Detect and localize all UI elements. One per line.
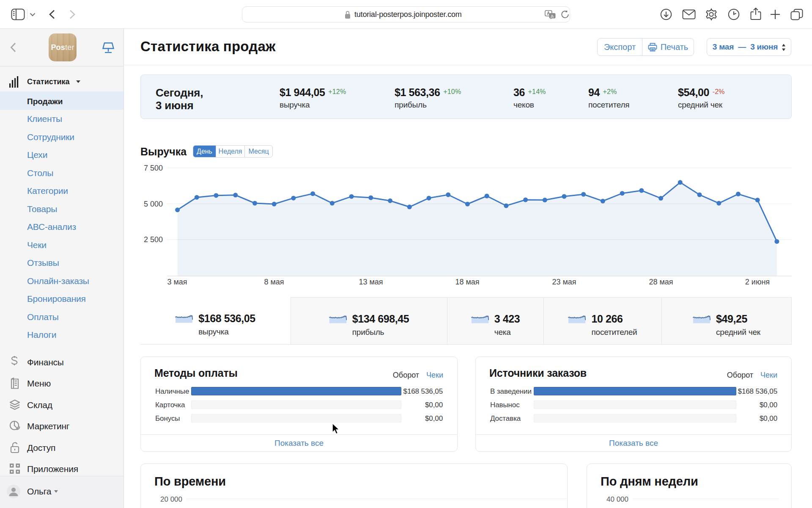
svg-text:3 мая: 3 мая: [167, 278, 187, 286]
svg-text:あ: あ: [550, 14, 554, 18]
svg-text:28 мая: 28 мая: [649, 278, 673, 286]
svg-text:7 500: 7 500: [144, 164, 163, 172]
svg-text:23 мая: 23 мая: [552, 278, 576, 286]
svg-text:5 000: 5 000: [144, 200, 163, 208]
svg-text:8 мая: 8 мая: [264, 278, 284, 286]
svg-text:18 мая: 18 мая: [455, 278, 479, 286]
svg-text:2 500: 2 500: [144, 235, 163, 244]
svg-text:13 мая: 13 мая: [359, 278, 383, 286]
svg-text:2 июня: 2 июня: [745, 278, 770, 286]
